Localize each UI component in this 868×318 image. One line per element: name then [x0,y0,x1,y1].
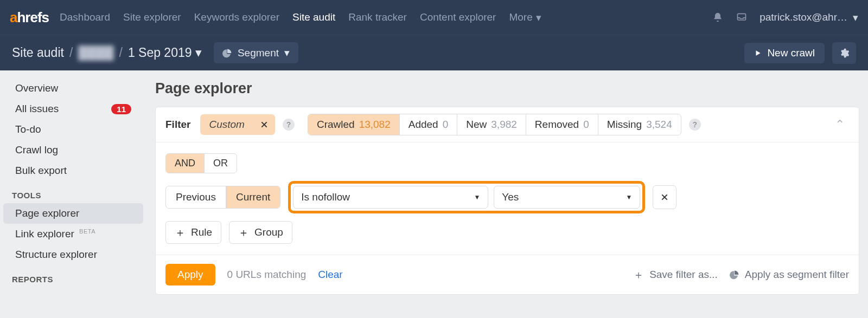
settings-button[interactable] [832,42,856,64]
close-icon [660,193,669,202]
opt-previous[interactable]: Previous [166,186,226,208]
close-icon[interactable] [253,116,275,133]
collapse-icon[interactable]: ⌃ [831,118,849,132]
select-value: Is nofollow [301,191,350,203]
help-icon[interactable]: ? [283,119,295,131]
logo[interactable]: ahrefs [10,9,49,26]
rule-field-select[interactable]: Is nofollow ▼ [293,186,488,209]
tab-new[interactable]: New 3,982 [457,114,526,135]
tab-removed[interactable]: Removed 0 [526,114,598,135]
tab-count: 13,082 [359,119,391,131]
tab-count: 0 [583,119,589,131]
inbox-icon[interactable] [736,11,748,23]
sidebar-item-bulk-export[interactable]: Bulk export [3,160,143,181]
tab-label: Removed [535,119,579,131]
user-menu[interactable]: patrick.stox@ahr… ▾ [760,11,858,24]
sidebar-item-link-explorer[interactable]: Link explorer BETA [3,224,143,244]
breadcrumb-sep: / [119,46,122,60]
nav-content-explorer[interactable]: Content explorer [420,11,496,24]
add-group-label: Group [254,226,283,238]
filter-tabs: Crawled 13,082 Added 0 New 3,982 Removed… [308,114,681,135]
breadcrumb-sep: / [69,46,73,60]
tab-label: New [466,119,487,131]
sub-nav: Site audit / ████ / 1 Sep 2019 ▾ Segment… [0,35,868,70]
new-crawl-button[interactable]: New crawl [744,43,825,63]
tab-label: Missing [607,119,642,131]
nav-more[interactable]: More ▾ [509,11,541,24]
page-title: Page explorer [155,80,859,97]
clear-link[interactable]: Clear [318,269,342,281]
tab-count: 3,982 [491,119,517,131]
nav-dashboard[interactable]: Dashboard [60,11,110,24]
filter-panel: Filter Custom ? Crawled 13,082 Added 0 [155,107,859,295]
breadcrumb-date[interactable]: 1 Sep 2019 ▾ [128,46,202,60]
user-email: patrick.stox@ahr… [760,11,847,23]
filter-rule-row: Previous Current Is nofollow ▼ Yes ▼ [165,181,849,213]
remove-rule-button[interactable] [653,185,676,209]
chevron-down-icon: ▾ [536,11,541,24]
help-icon[interactable]: ? [689,119,701,131]
sidebar-item-page-explorer[interactable]: Page explorer [3,203,143,224]
segment-button[interactable]: Segment ▾ [214,42,298,63]
tab-crawled[interactable]: Crawled 13,082 [308,114,400,135]
sidebar-item-crawl-log[interactable]: Crawl log [3,140,143,160]
logic-or[interactable]: OR [204,154,237,173]
chevron-down-icon: ▾ [853,11,858,24]
logic-toggle: AND OR [165,153,237,173]
save-filter-label: Save filter as... [649,269,718,281]
tab-label: Added [409,119,438,131]
bell-icon[interactable] [712,11,724,23]
nav-keywords-explorer[interactable]: Keywords explorer [194,11,279,24]
matching-count: 0 URLs matching [227,269,307,281]
tab-missing[interactable]: Missing 3,524 [598,114,681,135]
save-filter-button[interactable]: ＋ Save filter as... [633,269,718,281]
sidebar-section-tools: TOOLS [0,181,146,203]
add-rule-button[interactable]: ＋ Rule [165,221,221,244]
filter-custom-pill: Custom [200,114,275,135]
filter-label: Filter [165,119,190,131]
sidebar-item-todo[interactable]: To-do [3,119,143,140]
sidebar-item-all-issues[interactable]: All issues 11 [3,99,143,119]
rule-value-select[interactable]: Yes ▼ [494,186,640,209]
tab-added[interactable]: Added 0 [400,114,458,135]
sidebar-section-reports: REPORTS [0,265,146,287]
chevron-down-icon: ▼ [626,193,632,201]
plus-icon: ＋ [633,269,644,280]
filter-custom-label[interactable]: Custom [200,114,253,135]
tab-count: 0 [443,119,449,131]
beta-tag: BETA [79,228,95,235]
sidebar: Overview All issues 11 To-do Crawl log B… [0,70,146,304]
plus-icon: ＋ [175,227,186,238]
sidebar-item-label: Link explorer [15,228,74,239]
sidebar-item-overview[interactable]: Overview [3,78,143,99]
apply-segment-button[interactable]: Apply as segment filter [730,269,849,281]
nav-site-audit[interactable]: Site audit [292,11,335,24]
tab-label: Crawled [317,119,355,131]
chevron-down-icon: ▾ [195,46,202,60]
pie-icon [222,48,232,58]
plus-icon: ＋ [238,227,249,238]
opt-current[interactable]: Current [226,186,280,208]
breadcrumb: Site audit / ████ / 1 Sep 2019 ▾ [12,46,202,60]
new-crawl-label: New crawl [767,47,815,59]
nav-site-explorer[interactable]: Site explorer [123,11,181,24]
apply-button[interactable]: Apply [165,264,215,285]
select-value: Yes [502,191,519,203]
nav-more-label: More [509,11,532,23]
breadcrumb-project[interactable]: ████ [78,46,113,60]
sidebar-item-structure-explorer[interactable]: Structure explorer [3,244,143,265]
prev-current-toggle: Previous Current [165,186,280,209]
play-icon [754,49,762,57]
nav-rank-tracker[interactable]: Rank tracker [348,11,407,24]
highlighted-selects: Is nofollow ▼ Yes ▼ [288,181,645,213]
breadcrumb-root[interactable]: Site audit [12,46,64,60]
gear-icon [839,48,850,59]
issues-badge: 11 [111,104,131,114]
sidebar-item-label: All issues [15,103,59,115]
apply-segment-label: Apply as segment filter [745,269,849,281]
tab-count: 3,524 [646,119,672,131]
pie-icon [730,270,739,280]
add-group-button[interactable]: ＋ Group [229,221,292,244]
logic-and[interactable]: AND [166,154,204,173]
top-nav: ahrefs Dashboard Site explorer Keywords … [0,0,868,35]
